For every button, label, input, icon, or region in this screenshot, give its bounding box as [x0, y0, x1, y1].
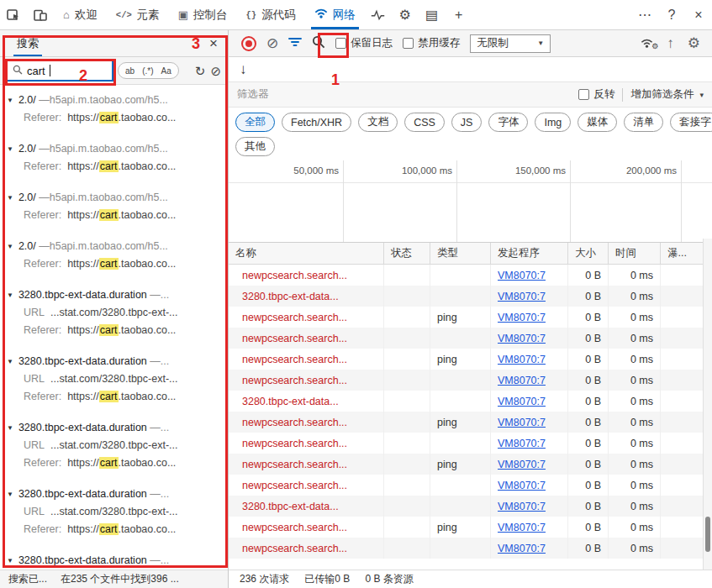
scrollbar-thumb[interactable] [705, 517, 710, 552]
tab-search[interactable]: 搜索 [7, 30, 49, 56]
search-result-header[interactable]: ▼2.0/ — h5api.m.taobao.com/h5... [0, 188, 228, 207]
initiator-link[interactable]: VM8070:7 [498, 480, 546, 491]
initiator-link[interactable]: VM8070:7 [498, 270, 546, 281]
request-row[interactable]: newpcsearch.search...pingVM8070:70 B0 ms [229, 307, 712, 328]
search-result-header[interactable]: ▼3280.tbpc-ext-data.duration — ... [0, 418, 228, 437]
search-match-line[interactable]: Referer:https://cart.taobao.co... [0, 255, 228, 273]
request-row[interactable]: newpcsearch.search...pingVM8070:70 B0 ms [229, 349, 712, 370]
inspect-icon[interactable] [0, 0, 27, 29]
column-header-3[interactable]: 发起程序 [491, 243, 568, 264]
timeline-overview[interactable]: 50,000 ms100,000 ms150,000 ms200,000 ms [229, 160, 712, 243]
search-match-line[interactable]: URL...stat.com/3280.tbpc-ext-... [0, 304, 228, 322]
tab-console[interactable]: ▣ 控制台 [169, 0, 237, 29]
more-filters-button[interactable]: 增加筛选条件 ▾ [630, 87, 704, 102]
clear-search-icon[interactable]: ⊘ [210, 65, 221, 77]
initiator-link[interactable]: VM8070:7 [498, 396, 546, 407]
search-result-header[interactable]: ▼3280.tbpc-ext-data.duration — ... [0, 485, 228, 503]
search-match-line[interactable]: Referer:https://cart.taobao.co... [0, 454, 228, 472]
search-result-header[interactable]: ▼2.0/ — h5api.m.taobao.com/h5... [0, 237, 228, 255]
initiator-link[interactable]: VM8070:7 [498, 501, 546, 512]
initiator-link[interactable]: VM8070:7 [498, 333, 546, 344]
throttling-select[interactable]: 无限制 ▼ [470, 34, 551, 53]
request-row[interactable]: 3280.tbpc-ext-data...VM8070:70 B0 ms [229, 391, 712, 412]
record-button[interactable] [241, 36, 256, 51]
search-result-header[interactable]: ▼3280.tbpc-ext-data.duration — ... [0, 352, 228, 370]
request-row[interactable]: newpcsearch.search...pingVM8070:70 B0 ms [229, 517, 712, 538]
more-options-icon[interactable]: ⋯ [631, 0, 658, 29]
search-result-header[interactable]: ▼2.0/ — h5api.m.taobao.com/h5... [0, 91, 228, 109]
search-match-line[interactable]: URL...stat.com/3280.tbpc-ext-... [0, 370, 228, 388]
filter-input[interactable]: 筛选器 [237, 87, 269, 102]
search-match-line[interactable]: Referer:https://cart.taobao.co... [0, 158, 228, 176]
vertical-scrollbar[interactable] [703, 239, 712, 570]
filter-chip[interactable]: 清单 [624, 113, 663, 132]
initiator-link[interactable]: VM8070:7 [498, 459, 546, 470]
filter-chip[interactable]: 文档 [358, 113, 398, 132]
tab-network[interactable]: 网络 [305, 0, 365, 29]
initiator-link[interactable]: VM8070:7 [498, 291, 546, 302]
search-toggle-0[interactable]: ab [122, 66, 138, 76]
tab-elements[interactable]: </> 元素 [107, 0, 169, 29]
preserve-log-checkbox[interactable]: 保留日志 [335, 36, 393, 50]
initiator-link[interactable]: VM8070:7 [498, 543, 546, 554]
request-row[interactable]: 3280.tbpc-ext-data...VM8070:70 B0 ms [229, 286, 712, 307]
filter-chip[interactable]: 套接字 [670, 113, 712, 132]
network-conditions-icon[interactable]: ⚙ [641, 39, 653, 48]
device-toolbar-icon[interactable] [27, 0, 54, 29]
initiator-link[interactable]: VM8070:7 [498, 522, 546, 533]
network-settings-icon[interactable]: ⚙ [688, 36, 700, 50]
search-match-line[interactable]: Referer:https://cart.taobao.co... [0, 388, 228, 406]
disable-cache-checkbox[interactable]: 禁用缓存 [403, 36, 460, 50]
add-tab-icon[interactable]: + [446, 0, 472, 29]
search-input[interactable]: cart [7, 60, 113, 81]
filter-toggle-icon[interactable] [288, 36, 302, 50]
import-har-icon[interactable]: ↑ [667, 36, 674, 50]
initiator-link[interactable]: VM8070:7 [498, 438, 546, 449]
initiator-link[interactable]: VM8070:7 [498, 375, 546, 386]
refresh-search-icon[interactable]: ↻ [195, 65, 206, 77]
search-match-line[interactable]: URL...stat.com/3280.tbpc-ext-... [0, 437, 228, 454]
performance-icon[interactable] [365, 0, 392, 29]
initiator-link[interactable]: VM8070:7 [498, 417, 546, 428]
filter-chip[interactable]: CSS [404, 113, 445, 132]
filter-chip[interactable]: Fetch/XHR [282, 113, 351, 132]
network-search-button[interactable] [312, 35, 325, 51]
close-devtools-icon[interactable]: × [685, 0, 712, 29]
filter-chip[interactable]: 其他 [235, 137, 275, 156]
filter-chip[interactable]: 字体 [488, 113, 528, 132]
filter-chip[interactable]: 媒体 [578, 113, 617, 132]
request-row[interactable]: newpcsearch.search...VM8070:70 B0 ms [229, 328, 712, 349]
request-row[interactable]: newpcsearch.search...pingVM8070:70 B0 ms [229, 454, 712, 475]
column-header-0[interactable]: 名称 [229, 243, 384, 264]
search-result-header[interactable]: ▼2.0/ — h5api.m.taobao.com/h5... [0, 139, 228, 158]
initiator-link[interactable]: VM8070:7 [498, 354, 546, 365]
close-search-panel-icon[interactable]: × [209, 35, 218, 52]
search-toggle-1[interactable]: (.*) [139, 66, 156, 76]
column-header-2[interactable]: 类型 [430, 243, 491, 264]
tab-welcome[interactable]: ⌂ 欢迎 [54, 0, 107, 29]
request-row[interactable]: newpcsearch.search...pingVM8070:70 B0 ms [229, 412, 712, 433]
filter-chip[interactable]: JS [451, 113, 483, 132]
search-match-line[interactable]: Referer:https://cart.taobao.co... [0, 322, 228, 339]
request-row[interactable]: newpcsearch.search...VM8070:70 B0 ms [229, 265, 712, 286]
request-row[interactable]: newpcsearch.search...VM8070:70 B0 ms [229, 370, 712, 391]
tab-sources[interactable]: {} 源代码 [237, 0, 305, 29]
search-match-line[interactable]: URL...stat.com/3280.tbpc-ext-... [0, 503, 228, 521]
request-row[interactable]: newpcsearch.search...VM8070:70 B0 ms [229, 538, 712, 559]
help-icon[interactable]: ? [658, 0, 685, 29]
panel-layout-icon[interactable]: ▤ [419, 0, 446, 29]
search-result-header[interactable]: ▼3280.tbpc-ext-data.duration — ... [0, 286, 228, 304]
request-row[interactable]: newpcsearch.search...VM8070:70 B0 ms [229, 433, 712, 454]
search-match-line[interactable]: Referer:https://cart.taobao.co... [0, 207, 228, 224]
invert-filter-checkbox[interactable]: 反转 [578, 87, 614, 102]
column-header-4[interactable]: 大小 [568, 243, 609, 264]
filter-chip[interactable]: 全部 [235, 113, 275, 132]
search-match-line[interactable]: Referer:https://cart.taobao.co... [0, 109, 228, 127]
clear-network-log-icon[interactable]: ⊘ [266, 36, 278, 50]
filter-chip[interactable]: Img [535, 113, 571, 132]
gear-icon[interactable]: ⚙ [392, 0, 419, 29]
request-row[interactable]: 3280.tbpc-ext-data...VM8070:70 B0 ms [229, 496, 712, 517]
column-header-5[interactable]: 时间 [609, 243, 661, 264]
search-toggle-2[interactable]: Aa [157, 66, 174, 76]
search-match-line[interactable]: Referer:https://cart.taobao.co... [0, 521, 228, 538]
